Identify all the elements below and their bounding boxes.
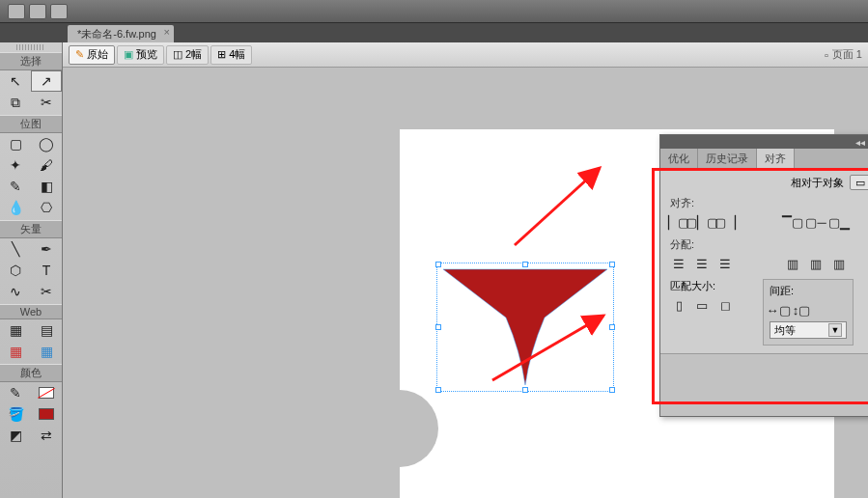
distribute-label: 分配: (670, 237, 728, 252)
handle-bl[interactable] (435, 387, 441, 393)
slice-tool[interactable]: ▤ (31, 319, 62, 341)
spacing-dropdown[interactable]: 均等▼ (770, 321, 847, 339)
view-4up[interactable]: ⊞4幅 (210, 45, 252, 65)
panel-collapse-icon[interactable]: ◂◂ (855, 137, 865, 148)
swap-colors[interactable]: ⇄ (31, 425, 62, 446)
lasso-tool[interactable]: ◯ (31, 133, 62, 154)
align-hcenter-icon[interactable]: ▢▏▢ (693, 214, 711, 230)
blur-tool[interactable]: 💧 (0, 197, 31, 218)
handle-ml[interactable] (435, 324, 441, 330)
align-label: 对齐: (670, 196, 728, 210)
wand-tool[interactable]: ✦ (0, 154, 31, 176)
stamp-tool[interactable]: ⎔ (31, 197, 62, 218)
dist-right-icon[interactable]: ▥ (830, 256, 848, 271)
view-original[interactable]: ✎原始 (69, 45, 115, 65)
panel-grip[interactable] (16, 44, 45, 50)
align-panel: ◂◂ × 优化 历史记录 对齐 相对于对象 ▭ 对齐: ▏▢ ▢▏▢ ▢▕ (659, 134, 868, 417)
dist-hcenter-icon[interactable]: ▥ (807, 256, 825, 271)
match-both-icon[interactable]: ◻ (716, 297, 734, 313)
handle-tr[interactable] (609, 262, 615, 267)
match-size-label: 匹配大小: (670, 279, 734, 293)
scale-tool[interactable]: ⧉ (0, 92, 31, 113)
subselect-tool[interactable]: ↗ (31, 70, 62, 92)
text-tool[interactable]: T (31, 260, 62, 281)
match-width-icon[interactable]: ▯ (670, 297, 687, 313)
page-indicator[interactable]: ▫页面 1 (825, 47, 862, 62)
match-height-icon[interactable]: ▭ (693, 297, 711, 313)
align-vcenter-icon[interactable]: ▢─ (807, 214, 825, 230)
panel-footer (660, 353, 868, 416)
align-top-icon[interactable]: ▔▢ (784, 214, 801, 230)
section-web: Web (0, 304, 62, 319)
chevron-down-icon: ▼ (828, 323, 842, 337)
align-right-icon[interactable]: ▢▕ (716, 214, 734, 230)
view-2up[interactable]: ◫2幅 (166, 45, 209, 65)
tools-panel: 选择 ↖ ↗ ⧉ ✂ 位图 ▢ ◯ ✦ 🖌 ✎ ◧ 💧 ⎔ 矢量 ╲ ✒ ⬡ T… (0, 42, 63, 498)
handle-mr[interactable] (609, 324, 615, 330)
freeform-tool[interactable]: ∿ (0, 281, 31, 302)
relative-to-label: 相对于对象 (791, 176, 844, 190)
tab-align[interactable]: 对齐 (757, 149, 795, 169)
tab-optimize[interactable]: 优化 (660, 149, 698, 169)
document-tab[interactable]: *未命名-6.fw.png (68, 25, 174, 42)
handle-br[interactable] (609, 387, 615, 393)
hotspot-tool[interactable]: ▦ (0, 319, 31, 341)
shape-tool[interactable]: ⬡ (0, 260, 31, 281)
document-tab-bar: *未命名-6.fw.png (0, 23, 868, 42)
eraser-tool[interactable]: ◧ (31, 176, 62, 197)
pencil-tool[interactable]: ✎ (0, 176, 31, 197)
toolbar-icon[interactable] (50, 4, 68, 19)
fill-swatch[interactable] (31, 403, 62, 425)
dist-top-icon[interactable]: ☰ (670, 256, 687, 271)
dist-bottom-icon[interactable]: ☰ (716, 256, 734, 271)
space-v-icon[interactable]: ↕▢ (793, 302, 810, 318)
panel-header[interactable]: ◂◂ × (660, 135, 868, 149)
toolbar-icon[interactable] (29, 4, 46, 19)
spacing-label: 间距: (770, 284, 847, 298)
view-preview[interactable]: ▣预览 (117, 45, 164, 65)
selected-shape[interactable] (438, 264, 612, 390)
dist-vcenter-icon[interactable]: ☰ (693, 256, 711, 271)
knife-tool[interactable]: ✂ (31, 281, 62, 302)
crop-tool[interactable]: ✂ (31, 92, 62, 113)
section-select: 选择 (0, 52, 62, 70)
toolbar-icon[interactable] (8, 4, 25, 19)
brush-tool[interactable]: 🖌 (31, 154, 62, 176)
canvas-notch (400, 390, 438, 467)
fill-color[interactable]: 🪣 (0, 403, 31, 425)
dist-left-icon[interactable]: ▥ (784, 256, 801, 271)
pointer-tool[interactable]: ↖ (0, 70, 31, 92)
stroke-color[interactable]: ✎ (0, 382, 31, 403)
view-bar: ✎原始 ▣预览 ◫2幅 ⊞4幅 ▫页面 1 (63, 42, 868, 68)
handle-bm[interactable] (522, 387, 528, 393)
panel-tabs: 优化 历史记录 对齐 (660, 149, 868, 169)
space-h-icon[interactable]: ↔▢ (770, 302, 787, 318)
section-vector: 矢量 (0, 220, 62, 238)
app-toolbar (0, 0, 868, 23)
handle-tl[interactable] (435, 262, 441, 267)
hide-slice-tool[interactable]: ▦ (0, 341, 31, 362)
default-colors[interactable]: ◩ (0, 425, 31, 446)
selection-outline (436, 263, 614, 392)
handle-tm[interactable] (522, 262, 528, 267)
canvas-area: ✎原始 ▣预览 ◫2幅 ⊞4幅 ▫页面 1 (63, 42, 868, 498)
show-slice-tool[interactable]: ▦ (31, 341, 62, 362)
line-tool[interactable]: ╲ (0, 238, 31, 260)
relative-to-canvas-button[interactable]: ▭ (850, 175, 868, 190)
pen-tool[interactable]: ✒ (31, 238, 62, 260)
section-bitmap: 位图 (0, 115, 62, 133)
marquee-tool[interactable]: ▢ (0, 133, 31, 154)
stroke-swatch[interactable] (31, 382, 62, 403)
tab-history[interactable]: 历史记录 (698, 149, 757, 169)
align-bottom-icon[interactable]: ▢▁ (830, 214, 848, 230)
section-colors: 颜色 (0, 364, 62, 382)
